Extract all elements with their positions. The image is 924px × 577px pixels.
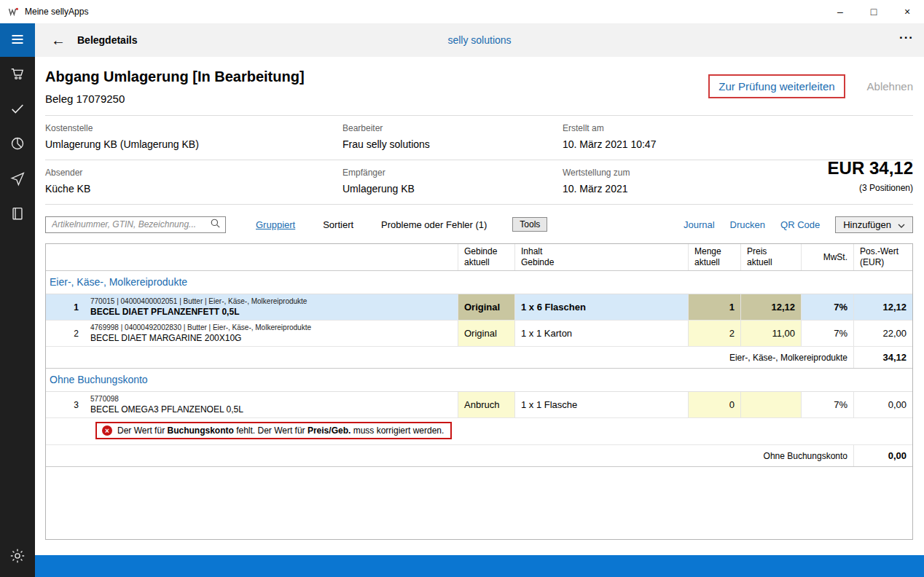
- sidebar-item-settings[interactable]: [0, 539, 35, 574]
- header-description: [85, 244, 458, 270]
- article-name: BECEL DIAET MARGARINE 200X10G: [90, 333, 241, 343]
- app-header: ← Belegdetails selly solutions ···: [35, 23, 924, 57]
- sidebar-menu-button[interactable]: [0, 23, 35, 57]
- sorted-toggle[interactable]: Sortiert: [323, 219, 353, 230]
- document-actions: Zur Prüfung weiterleiten Ablehnen: [708, 74, 913, 98]
- preis-cell[interactable]: 11,00: [740, 321, 801, 346]
- row-description: 770015 | 04000400002051 | Butter | Eier-…: [85, 294, 458, 320]
- gear-icon: [9, 548, 26, 566]
- field-value: Umlagerung KB (Umlagerung KB): [45, 138, 342, 150]
- sidebar-item-tasks[interactable]: [0, 92, 35, 127]
- add-button[interactable]: Hinzufügen: [835, 216, 913, 233]
- tools-button[interactable]: Tools: [512, 217, 547, 232]
- positions-table: Gebinde aktuell Inhalt Gebinde Menge akt…: [45, 243, 913, 540]
- sidebar-item-journal[interactable]: [0, 197, 35, 232]
- inhalt-cell: 1 x 1 Flasche: [514, 392, 688, 417]
- problems-filter[interactable]: Probleme oder Fehler (1): [381, 219, 487, 230]
- pos-wert-cell: 22,00: [853, 321, 912, 346]
- field-kostenstelle: Kostenstelle Umlagerung KB (Umlagerung K…: [45, 123, 342, 150]
- pos-wert-cell: 0,00: [853, 392, 912, 417]
- window-title: Meine sellyApps: [25, 7, 88, 17]
- gebinde-cell[interactable]: Original: [458, 321, 514, 346]
- book-icon: [9, 205, 26, 224]
- search-icon: [210, 218, 221, 232]
- field-bearbeiter: Bearbeiter Frau selly solutions: [342, 123, 563, 150]
- reject-button[interactable]: Ablehnen: [867, 80, 913, 93]
- error-icon: ×: [102, 425, 112, 436]
- app-center-title: selly solutions: [35, 34, 924, 46]
- gebinde-cell[interactable]: Anbruch: [458, 392, 514, 417]
- article-meta: 5770098: [90, 395, 119, 403]
- header-gebinde: Gebinde aktuell: [458, 244, 514, 270]
- mwst-cell: 7%: [801, 294, 853, 320]
- field-absender: Absender Küche KB: [45, 168, 342, 195]
- header-preis: Preis aktuell: [740, 244, 801, 270]
- close-button[interactable]: ×: [890, 0, 924, 23]
- group-header[interactable]: Ohne Buchungskonto: [46, 369, 912, 392]
- content: Abgang Umlagerung [In Bearbeitung] Beleg…: [35, 57, 924, 555]
- field-label: Kostenstelle: [45, 123, 342, 133]
- sidebar-item-reports[interactable]: [0, 127, 35, 162]
- forward-for-review-button[interactable]: Zur Prüfung weiterleiten: [708, 74, 845, 98]
- search-box: [45, 216, 226, 233]
- validation-error-message: × Der Wert für Buchungskonto fehlt. Der …: [95, 422, 452, 439]
- sidebar: [0, 23, 35, 577]
- cart-icon: [9, 66, 26, 84]
- sidebar-item-cart[interactable]: [0, 57, 35, 92]
- row-error: × Der Wert für Buchungskonto fehlt. Der …: [46, 418, 912, 445]
- field-value: Frau selly solutions: [342, 138, 563, 150]
- menge-cell[interactable]: 2: [688, 321, 740, 346]
- app-shell: ← Belegdetails selly solutions ··· Abgan…: [0, 23, 924, 577]
- header-inhalt: Inhalt Gebinde: [514, 244, 688, 270]
- table-empty-area: [46, 467, 912, 539]
- table-row[interactable]: 2 4769998 | 04000492002830 | Butter | Ei…: [46, 321, 912, 347]
- row-description: 5770098 BECEL OMEGA3 PFLANZENOEL 0,5L: [85, 392, 458, 417]
- send-icon: [9, 170, 26, 189]
- positions-count: (3 Positionen): [828, 183, 913, 193]
- field-erstellt-am: Erstellt am 10. März 2021 10:47: [563, 123, 913, 150]
- table-row[interactable]: 3 5770098 BECEL OMEGA3 PFLANZENOEL 0,5L …: [46, 392, 912, 418]
- row-number: 3: [46, 392, 85, 417]
- toolbar-right: Journal Drucken QR Code Hinzufügen: [684, 216, 913, 233]
- page-title: Belegdetails: [77, 34, 137, 46]
- field-label: Absender: [45, 168, 342, 178]
- subtotal-label: Ohne Buchungskonto: [46, 445, 853, 466]
- list-toolbar: Gruppiert Sortiert Probleme oder Fehler …: [45, 216, 913, 233]
- header-menge: Menge aktuell: [688, 244, 740, 270]
- pie-chart-icon: [9, 136, 26, 154]
- check-icon: [9, 101, 26, 119]
- field-label: Empfänger: [342, 168, 563, 178]
- sidebar-spacer: [0, 232, 35, 539]
- more-icon[interactable]: ···: [899, 31, 914, 45]
- info-row-1: Kostenstelle Umlagerung KB (Umlagerung K…: [45, 116, 913, 160]
- menge-cell[interactable]: 0: [688, 392, 740, 417]
- group-header[interactable]: Eier-, Käse-, Molkereiprodukte: [46, 271, 912, 294]
- header-mwst: MwSt.: [801, 244, 853, 270]
- table-row[interactable]: 1 770015 | 04000400002051 | Butter | Eie…: [46, 294, 912, 321]
- gebinde-cell[interactable]: Original: [458, 294, 514, 320]
- field-value: Umlagerung KB: [342, 183, 563, 195]
- inhalt-cell: 1 x 1 Karton: [514, 321, 688, 346]
- hamburger-icon: [10, 32, 25, 49]
- article-meta: 4769998 | 04000492002830 | Butter | Eier…: [90, 323, 311, 331]
- grouped-toggle[interactable]: Gruppiert: [256, 219, 295, 230]
- error-text: Der Wert für Buchungskonto fehlt. Der We…: [117, 425, 444, 436]
- print-link[interactable]: Drucken: [730, 219, 765, 230]
- group-subtotal: Eier-, Käse-, Molkereiprodukte 34,12: [46, 347, 912, 369]
- qr-code-link[interactable]: QR Code: [780, 219, 820, 230]
- document-total: EUR 34,12 (3 Positionen): [828, 158, 913, 193]
- back-button[interactable]: ←: [51, 33, 66, 47]
- menge-cell[interactable]: 1: [688, 294, 740, 320]
- field-label: Erstellt am: [563, 123, 913, 133]
- preis-cell[interactable]: [740, 392, 801, 417]
- document-title: Abgang Umlagerung [In Bearbeitung]: [45, 68, 305, 85]
- search-input[interactable]: [52, 219, 210, 229]
- preis-cell[interactable]: 12,12: [740, 294, 801, 320]
- group-subtotal: Ohne Buchungskonto 0,00: [46, 445, 912, 467]
- main-area: ← Belegdetails selly solutions ··· Abgan…: [35, 23, 924, 577]
- journal-link[interactable]: Journal: [684, 219, 715, 230]
- sidebar-item-send[interactable]: [0, 162, 35, 197]
- maximize-button[interactable]: □: [857, 0, 890, 23]
- app-icon: [7, 6, 19, 17]
- minimize-button[interactable]: –: [823, 0, 857, 23]
